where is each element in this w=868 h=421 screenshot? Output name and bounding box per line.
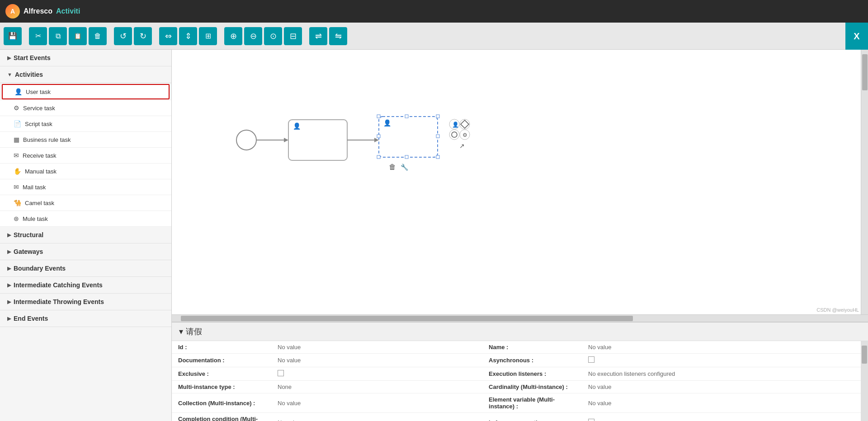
- checkbox-asynchronous[interactable]: [588, 356, 594, 363]
- mail-icon: ✉: [14, 183, 19, 191]
- prop-label-documentation: Documentation :: [172, 354, 271, 367]
- action-expand-icon[interactable]: ↗: [459, 142, 465, 150]
- sidebar-item-camel-task[interactable]: 🐪 Camel task: [0, 195, 171, 211]
- prop-label-id: Id :: [172, 341, 271, 354]
- mail-task-label: Mail task: [23, 184, 46, 191]
- handle-br[interactable]: [436, 155, 439, 159]
- prop-value-element-variable: No value: [582, 393, 861, 413]
- chevron-right-icon2: ▶: [7, 232, 11, 238]
- sidebar-section-intermediate-throwing[interactable]: ▶ Intermediate Throwing Events: [0, 294, 171, 310]
- action-gear-icon: ⚙: [462, 132, 467, 138]
- prop-label-multi-instance-type: Multi-instance type :: [172, 381, 271, 393]
- flow1-button[interactable]: ⇌: [309, 27, 327, 45]
- canvas-hscroll[interactable]: [172, 314, 868, 322]
- manual-icon: ✋: [14, 168, 21, 175]
- canvas-area: 👤 👤: [172, 50, 868, 421]
- handle-bl[interactable]: [377, 155, 380, 159]
- sidebar-section-activities[interactable]: ▼ Activities: [0, 66, 171, 83]
- delete-button[interactable]: 🗑: [89, 27, 107, 45]
- handle-ml[interactable]: [377, 135, 380, 138]
- canvas-vscroll[interactable]: [861, 50, 868, 314]
- properties-wrapper: Id : No value Name : No value Documentat…: [172, 341, 868, 421]
- checkbox-exclusive[interactable]: [278, 370, 284, 376]
- sidebar-section-start-events-label: Start Events: [14, 54, 51, 61]
- chevron-right-icon7: ▶: [7, 316, 11, 322]
- action-delete-icon[interactable]: 🗑: [389, 163, 396, 171]
- alfresco-label: Alfresco: [24, 7, 52, 15]
- action-wrench-icon[interactable]: 🔧: [401, 164, 409, 171]
- sidebar-section-start-events[interactable]: ▶ Start Events: [0, 50, 171, 66]
- sidebar: ▶ Start Events ▼ Activities 👤 User task …: [0, 50, 172, 421]
- sidebar-item-user-task[interactable]: 👤 User task: [2, 84, 170, 99]
- sidebar-item-script-task[interactable]: 📄 Script task: [0, 116, 171, 132]
- handle-tr[interactable]: [436, 115, 439, 118]
- sidebar-section-gateways[interactable]: ▶ Gateways: [0, 243, 171, 260]
- sidebar-item-business-rule-task[interactable]: ▦ Business rule task: [0, 132, 171, 148]
- process-name: 请假: [186, 326, 202, 337]
- sidebar-item-manual-task[interactable]: ✋ Manual task: [0, 164, 171, 179]
- checkbox-compensation[interactable]: [588, 419, 594, 421]
- zoom-fit-button[interactable]: ⊙: [264, 27, 282, 45]
- prop-row-id: Id : No value Name : No value: [172, 341, 861, 354]
- prop-label-collection: Collection (Multi-instance) :: [172, 393, 271, 413]
- canvas[interactable]: 👤 👤: [172, 50, 868, 314]
- cut-button[interactable]: ✂: [29, 27, 47, 45]
- handle-tc[interactable]: [405, 115, 408, 118]
- sidebar-section-intermediate-throwing-label: Intermediate Throwing Events: [14, 298, 104, 305]
- business-rule-task-label: Business rule task: [23, 136, 71, 143]
- chevron-right-icon6: ▶: [7, 299, 11, 305]
- action-gateway[interactable]: [460, 119, 470, 129]
- close-button[interactable]: X: [845, 23, 868, 50]
- prop-row-documentation: Documentation : No value Asynchronous :: [172, 354, 861, 367]
- sidebar-section-structural[interactable]: ▶ Structural: [0, 227, 171, 243]
- handle-mr[interactable]: [436, 135, 439, 138]
- align-h-button[interactable]: ⇔: [159, 27, 177, 45]
- save-button[interactable]: 💾: [4, 27, 22, 45]
- sidebar-section-end-events[interactable]: ▶ End Events: [0, 310, 171, 327]
- redo-button[interactable]: ↻: [134, 27, 152, 45]
- copy-button[interactable]: ⧉: [49, 27, 67, 45]
- hscroll-thumb[interactable]: [181, 316, 633, 321]
- sidebar-item-mule-task[interactable]: ⊛ Mule task: [0, 211, 171, 227]
- prop-value-compensation: [582, 413, 861, 421]
- undo-button[interactable]: ↺: [114, 27, 132, 45]
- camel-task-label: Camel task: [25, 200, 54, 206]
- action-user-icon: 👤: [452, 121, 459, 128]
- handle-bc[interactable]: [405, 155, 408, 159]
- chevron-right-icon4: ▶: [7, 266, 11, 271]
- paste-button[interactable]: 📋: [69, 27, 87, 45]
- service-task-label: Service task: [23, 105, 55, 112]
- prop-label-element-variable: Element variable (Multi-instance) :: [482, 393, 582, 413]
- sidebar-section-intermediate-catching-label: Intermediate Catching Events: [14, 281, 103, 289]
- logo-icon: A: [5, 4, 20, 19]
- arrowhead-2: [374, 138, 379, 142]
- properties-panel: ▾ 请假 Id : No value Name : No value Docum…: [172, 322, 868, 421]
- zoom-out-button[interactable]: ⊖: [244, 27, 262, 45]
- zoom-reset-button[interactable]: ⊟: [284, 27, 302, 45]
- handle-tl[interactable]: [377, 115, 380, 118]
- chevron-right-icon3: ▶: [7, 249, 11, 255]
- prop-label-asynchronous: Asynchronous :: [482, 354, 582, 367]
- mule-task-label: Mule task: [23, 215, 48, 222]
- receive-task-label: Receive task: [23, 152, 56, 159]
- sidebar-item-mail-task[interactable]: ✉ Mail task: [0, 179, 171, 195]
- action-event[interactable]: [449, 130, 459, 140]
- sidebar-section-intermediate-catching[interactable]: ▶ Intermediate Catching Events: [0, 277, 171, 294]
- group-button[interactable]: ⊞: [199, 27, 217, 45]
- chevron-right-icon5: ▶: [7, 282, 11, 288]
- prop-value-documentation: No value: [271, 354, 482, 367]
- sidebar-item-receive-task[interactable]: ✉ Receive task: [0, 148, 171, 164]
- prop-value-cardinality: No value: [582, 381, 861, 393]
- align-v-button[interactable]: ⇕: [179, 27, 197, 45]
- sidebar-item-service-task[interactable]: ⚙ Service task: [0, 100, 171, 116]
- properties-chevron: ▾: [179, 327, 183, 337]
- prop-label-exclusive: Exclusive :: [172, 367, 271, 381]
- vscroll-thumb[interactable]: [862, 54, 868, 90]
- sidebar-section-boundary-events[interactable]: ▶ Boundary Events: [0, 260, 171, 277]
- properties-vscroll-thumb[interactable]: [862, 346, 867, 364]
- properties-vscroll[interactable]: [861, 341, 868, 421]
- zoom-in-button[interactable]: ⊕: [224, 27, 242, 45]
- prop-value-multi-instance-type: None: [271, 381, 482, 393]
- flow2-button[interactable]: ⇋: [329, 27, 347, 45]
- start-event[interactable]: [236, 130, 256, 150]
